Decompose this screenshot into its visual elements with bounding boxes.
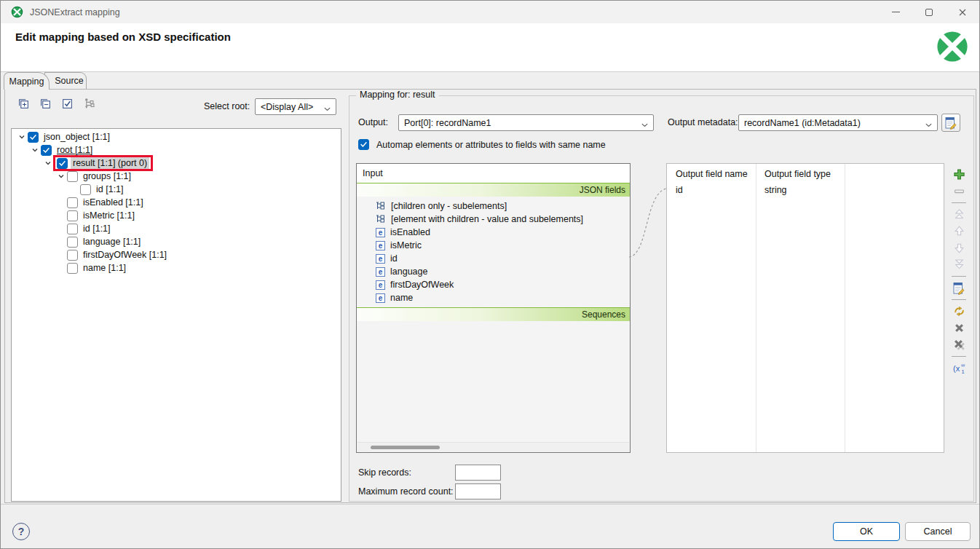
automap-label: Automap elements or attributes to fields… xyxy=(376,140,606,150)
input-field-item[interactable]: eisMetric xyxy=(357,239,630,252)
tree-item-checkbox[interactable] xyxy=(80,184,91,195)
tree-item-label: groups [1:1] xyxy=(81,170,133,182)
remove-icon xyxy=(953,185,965,197)
tree-item[interactable]: name [1:1] xyxy=(12,261,341,274)
output-fields-table: Output field name Output field type idst… xyxy=(666,163,944,453)
tree-item-checkbox[interactable] xyxy=(67,210,78,221)
title-bar: JSONExtract mapping xyxy=(1,1,979,23)
tree-item[interactable]: json_object [1:1] xyxy=(12,130,341,143)
toolbar-separator xyxy=(952,202,966,203)
tree-item-checkbox[interactable] xyxy=(57,158,68,169)
automap-checkbox[interactable] xyxy=(358,139,369,150)
subtree-icon xyxy=(376,214,386,224)
chevron-down-icon xyxy=(925,120,933,130)
input-field-item[interactable]: eid xyxy=(357,252,630,265)
check-all-button[interactable] xyxy=(59,97,75,113)
output-port-dropdown[interactable]: Port[0]: recordName1 xyxy=(398,114,654,131)
cancel-button[interactable]: Cancel xyxy=(905,522,971,541)
tree-item[interactable]: isEnabled [1:1] xyxy=(12,196,341,209)
move-up-button[interactable] xyxy=(949,223,968,240)
tree-item-checkbox[interactable] xyxy=(28,132,39,143)
tree-item-checkbox[interactable] xyxy=(67,263,78,274)
cardinality-button[interactable]: (x∞1 xyxy=(949,360,968,376)
input-field-label: [element with children - value and subel… xyxy=(391,214,583,224)
tree-expanded-chevron-icon[interactable] xyxy=(16,131,28,143)
column-header-type[interactable]: Output field type xyxy=(764,169,831,179)
help-button[interactable]: ? xyxy=(12,523,30,540)
move-top-button[interactable] xyxy=(949,206,968,223)
close-button[interactable] xyxy=(946,1,979,23)
tree-item[interactable]: isMetric [1:1] xyxy=(12,209,341,222)
output-row-type[interactable]: string xyxy=(764,185,787,195)
tab-mapping[interactable]: Mapping xyxy=(4,72,50,90)
collapse-all-button[interactable] xyxy=(37,97,53,113)
tree-item-label: root [1:1] xyxy=(55,144,95,156)
tree-item[interactable]: id [1:1] xyxy=(12,222,341,235)
tree-leaf-spacer xyxy=(55,223,67,234)
skip-records-input[interactable] xyxy=(455,465,501,481)
subtree-icon xyxy=(376,201,386,211)
tree-expanded-chevron-icon[interactable] xyxy=(29,144,41,156)
horizontal-scrollbar[interactable] xyxy=(357,442,629,451)
input-field-item[interactable]: ename xyxy=(357,291,630,304)
tree-item[interactable]: firstDayOfWeek [1:1] xyxy=(12,248,341,261)
remove-button[interactable] xyxy=(949,183,968,200)
tree-item-checkbox[interactable] xyxy=(41,145,52,156)
tree-leaf-spacer xyxy=(55,236,67,248)
svg-text:1: 1 xyxy=(961,368,964,374)
edit-record-button[interactable] xyxy=(949,280,968,296)
tree-item-label: id [1:1] xyxy=(81,223,113,234)
max-record-count-input[interactable] xyxy=(455,483,501,499)
expand-all-button[interactable] xyxy=(15,97,31,113)
move-down-button[interactable] xyxy=(949,240,968,256)
input-field-item[interactable]: eisEnabled xyxy=(357,226,630,239)
element-icon: e xyxy=(376,293,385,303)
tree-item[interactable]: result [1:1] (port 0) xyxy=(12,157,341,170)
delete-all-mappings-button[interactable] xyxy=(949,336,968,353)
tree-item[interactable]: id [1:1] xyxy=(12,183,341,196)
column-header-name[interactable]: Output field name xyxy=(676,169,748,179)
tree-item[interactable]: language [1:1] xyxy=(12,235,341,248)
output-row-name[interactable]: id xyxy=(676,185,683,195)
select-root-dropdown[interactable]: <Display All> xyxy=(255,98,336,115)
delete-mapping-button[interactable] xyxy=(949,320,968,336)
tree-expanded-chevron-icon[interactable] xyxy=(55,170,67,182)
minimize-button[interactable] xyxy=(879,1,912,23)
move-bottom-button[interactable] xyxy=(949,256,968,273)
input-fields-panel: Input JSON fields[children only - subele… xyxy=(356,163,631,453)
tree-item-checkbox[interactable] xyxy=(67,224,78,234)
input-field-item[interactable]: efirstDayOfWeek xyxy=(357,278,630,291)
automap-button[interactable] xyxy=(949,303,968,320)
input-field-label: id xyxy=(390,253,398,264)
tree-expanded-chevron-icon[interactable] xyxy=(42,157,54,169)
tree-item-label: name [1:1] xyxy=(81,262,128,274)
input-panel-title: Input xyxy=(357,164,630,183)
automap-checkbox-row[interactable]: Automap elements or attributes to fields… xyxy=(358,139,606,150)
output-metadata-dropdown[interactable]: recordName1 (id:Metadata1) xyxy=(738,114,938,131)
ok-button[interactable]: OK xyxy=(833,522,900,541)
tree-item-checkbox[interactable] xyxy=(67,197,78,208)
annotation-highlight: result [1:1] (port 0) xyxy=(55,157,151,169)
tree-item-checkbox[interactable] xyxy=(67,171,78,182)
mapping-group: Mapping for: result Output: Port[0]: rec… xyxy=(349,95,974,502)
input-field-item[interactable]: elanguage xyxy=(357,265,630,278)
input-field-item[interactable]: [element with children - value and subel… xyxy=(357,213,630,226)
edit-metadata-button[interactable] xyxy=(941,114,960,132)
tree-item-checkbox[interactable] xyxy=(67,250,78,261)
tree-item-label: id [1:1] xyxy=(94,183,126,195)
automap-icon xyxy=(953,305,965,317)
edit-record-icon xyxy=(952,282,965,295)
tree-item-checkbox[interactable] xyxy=(67,237,78,248)
move-top-icon xyxy=(953,208,965,221)
chevron-down-icon xyxy=(641,120,649,130)
scrollbar-thumb[interactable] xyxy=(371,446,440,449)
tree-item[interactable]: groups [1:1] xyxy=(12,170,341,183)
element-icon: e xyxy=(376,254,385,264)
add-button[interactable] xyxy=(949,166,968,183)
mapping-group-title: Mapping for: result xyxy=(356,90,439,100)
tab-source[interactable]: Source xyxy=(44,72,87,89)
tree-item[interactable]: root [1:1] xyxy=(12,143,341,157)
input-field-item[interactable]: [children only - subelements] xyxy=(357,200,630,213)
maximize-button[interactable] xyxy=(912,1,946,23)
check-subtree-button[interactable] xyxy=(81,97,97,113)
